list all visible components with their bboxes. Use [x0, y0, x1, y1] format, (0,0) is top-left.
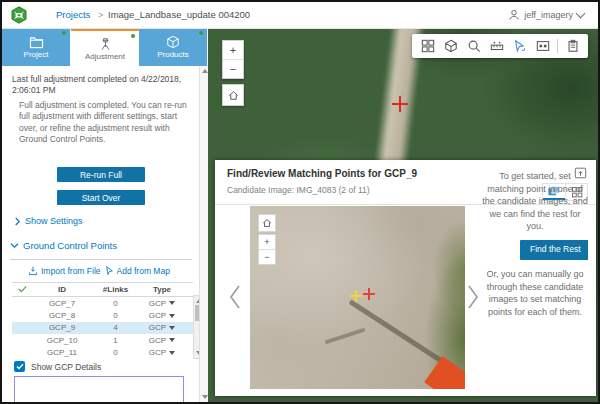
- chevron-right-icon: [14, 217, 21, 226]
- status-dot: [199, 31, 203, 35]
- cube-icon: [166, 35, 180, 49]
- rerun-full-button[interactable]: Re-run Full: [57, 167, 145, 182]
- home-extent-button[interactable]: [222, 84, 244, 106]
- chevron-down-icon: [10, 242, 19, 249]
- gcp-id: GCP_10: [32, 336, 92, 345]
- branch-shadow: [324, 328, 365, 345]
- candidate-image-viewer[interactable]: + −: [250, 206, 465, 389]
- breadcrumb-projects-link[interactable]: Projects: [56, 2, 90, 28]
- gcp-table: ID #Links Type GCP_7 0 GCP GCP_8 0 GCP G…: [12, 282, 193, 359]
- top-bar: Projects > Image_Landbase_update 004200 …: [2, 2, 598, 29]
- add-from-map-label: Add from Map: [117, 266, 170, 276]
- left-panel-scrollbar[interactable]: [199, 66, 208, 402]
- table-row-gcp10[interactable]: GCP_10 1 GCP: [12, 334, 193, 346]
- manual-text: Or, you can manually go through these ca…: [482, 268, 588, 318]
- adjustment-description: Full adjustment is completed. You can re…: [19, 100, 191, 146]
- basemap-icon[interactable]: [439, 36, 462, 56]
- gcp-links: 0: [92, 299, 139, 308]
- table-row-gcp8[interactable]: GCP_8 0 GCP: [12, 309, 193, 321]
- instructions-column: To get started, set matching point in on…: [482, 170, 588, 318]
- home-icon: [228, 90, 239, 101]
- viewer-zoom-control: + −: [258, 234, 276, 265]
- dropdown-caret-icon: [169, 351, 175, 355]
- gcp-photo-panel: Photo not available: [14, 376, 184, 404]
- panel-tabs: Project Adjustment Products: [2, 28, 208, 66]
- table-row-gcp11[interactable]: GCP_11 0 GCP: [12, 347, 193, 359]
- gcp-type-dropdown[interactable]: GCP: [139, 323, 185, 332]
- measure-icon[interactable]: [485, 36, 508, 56]
- last-adjustment-status: Last full adjustment completed on 4/22/2…: [12, 74, 192, 97]
- start-over-button[interactable]: Start Over: [57, 190, 145, 205]
- collection-icon[interactable]: [416, 36, 439, 56]
- matching-points-panel: Find/Review Matching Points for GCP_9 Ca…: [215, 160, 596, 396]
- table-row-gcp7[interactable]: GCP_7 0 GCP: [12, 297, 193, 309]
- next-candidate-button[interactable]: [466, 284, 480, 310]
- gcp-links: 0: [92, 311, 139, 320]
- user-icon: [508, 9, 520, 21]
- gcp-type-value: GCP: [149, 348, 166, 357]
- tab-project[interactable]: Project: [2, 28, 71, 66]
- gcp-section-label: Ground Control Points: [23, 240, 117, 251]
- select-tool-icon[interactable]: [508, 36, 531, 56]
- tab-adjustment[interactable]: Adjustment: [71, 28, 139, 66]
- panel-scroll-down[interactable]: [200, 392, 209, 402]
- intro-text: To get started, set matching point in on…: [482, 170, 588, 233]
- gcp-actions: Import from File Add from Map: [28, 266, 170, 276]
- gcp-type-value: GCP: [149, 299, 166, 308]
- col-id: ID: [32, 285, 92, 294]
- gcp-type-dropdown[interactable]: GCP: [139, 348, 185, 357]
- gcp-type-value: GCP: [149, 311, 166, 320]
- show-settings-label: Show Settings: [25, 216, 83, 226]
- breadcrumb-separator: >: [98, 2, 103, 28]
- zoom-in-button[interactable]: +: [223, 41, 243, 59]
- image-extent-icon[interactable]: [531, 36, 554, 56]
- viewer-zoom-in-button[interactable]: +: [259, 235, 275, 249]
- tab-label: Products: [157, 50, 189, 59]
- viewer-zoom-out-button[interactable]: −: [259, 249, 275, 264]
- add-from-map-link[interactable]: Add from Map: [105, 266, 170, 276]
- gcp-type-dropdown[interactable]: GCP: [139, 311, 185, 320]
- map-toolbar: [412, 34, 588, 58]
- dropdown-caret-icon: [169, 326, 175, 330]
- estimated-point-red-cross: [363, 288, 375, 300]
- section-divider: [10, 259, 192, 260]
- viewer-home-button[interactable]: [258, 214, 276, 232]
- candidate-image-label: Candidate Image: IMG_4083 (2 of 11): [227, 185, 370, 195]
- left-panel: Project Adjustment Products Last full ad…: [2, 28, 208, 402]
- tab-products[interactable]: Products: [139, 28, 208, 66]
- tab-label: Project: [24, 50, 49, 59]
- gcp-type-dropdown[interactable]: GCP: [139, 299, 185, 308]
- map-view[interactable]: + −: [208, 28, 598, 402]
- panel-scroll-up[interactable]: [200, 66, 209, 76]
- col-links: #Links: [92, 285, 139, 294]
- zoom-out-button[interactable]: −: [223, 59, 243, 78]
- gcp-marker-red-cross[interactable]: [392, 96, 408, 112]
- chevron-down-icon: [576, 9, 586, 19]
- import-from-file-label: Import from File: [41, 266, 101, 276]
- find-button-clip: Find the Rest: [482, 240, 588, 260]
- gcp-id: GCP_9: [32, 323, 92, 332]
- clipboard-icon[interactable]: [561, 36, 584, 56]
- gcp-type-value: GCP: [149, 336, 166, 345]
- gcp-links: 1: [92, 336, 139, 345]
- dropdown-caret-icon: [169, 314, 175, 318]
- dropdown-caret-icon: [169, 301, 175, 305]
- gcp-links: 0: [92, 348, 139, 357]
- search-icon[interactable]: [462, 36, 485, 56]
- gcp-type-dropdown[interactable]: GCP: [139, 336, 185, 345]
- import-from-file-link[interactable]: Import from File: [28, 266, 101, 276]
- previous-candidate-button[interactable]: [228, 284, 242, 310]
- table-row-gcp9-selected[interactable]: GCP_9 4 GCP: [12, 322, 193, 334]
- show-settings-toggle[interactable]: Show Settings: [14, 216, 83, 226]
- status-dot: [62, 31, 66, 35]
- find-the-rest-button[interactable]: Find the Rest: [520, 240, 588, 260]
- user-menu[interactable]: jeff_imagery: [508, 2, 584, 28]
- map-zoom-control: + −: [222, 40, 244, 79]
- show-gcp-details-checkbox[interactable]: [14, 361, 25, 372]
- project-title: Image_Landbase_update 004200: [108, 2, 250, 28]
- gcp-section-toggle[interactable]: Ground Control Points: [10, 240, 117, 251]
- map-cursor-icon: [105, 266, 114, 276]
- show-gcp-details-label: Show GCP Details: [31, 362, 101, 372]
- gcp-id: GCP_8: [32, 311, 92, 320]
- matching-point-yellow-cross: [350, 290, 362, 302]
